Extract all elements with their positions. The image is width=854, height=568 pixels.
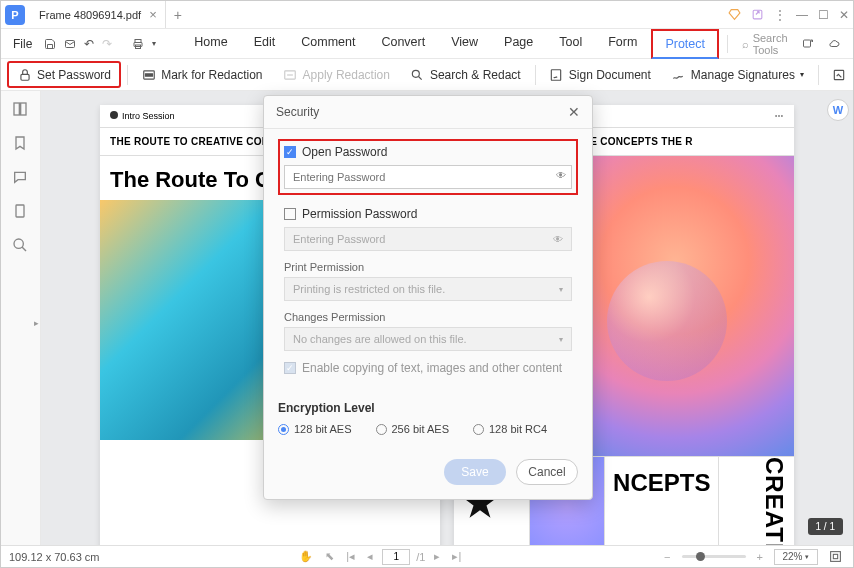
- open-password-checkbox[interactable]: ✓: [284, 146, 296, 158]
- protect-toolbar: Set Password Mark for Redaction Apply Re…: [1, 59, 853, 91]
- first-page-icon[interactable]: |◂: [343, 550, 358, 563]
- open-password-section: ✓ Open Password 👁: [278, 139, 578, 195]
- last-page-icon[interactable]: ▸|: [449, 550, 464, 563]
- permission-password-label: Permission Password: [302, 207, 417, 221]
- permission-password-input: Entering Password 👁: [284, 227, 572, 251]
- intro-session-label: Intro Session: [122, 111, 175, 121]
- cloud-icon[interactable]: [826, 36, 842, 52]
- print-permission-label: Print Permission: [284, 261, 572, 273]
- undo-icon[interactable]: ↶: [82, 36, 96, 52]
- sign-icon: [549, 67, 564, 82]
- set-password-label: Set Password: [37, 68, 111, 82]
- fit-page-icon[interactable]: [826, 550, 845, 563]
- menubar: File ↶ ↷ ▾ Home Edit Comment Convert Vie…: [1, 29, 853, 59]
- mark-redaction-button[interactable]: Mark for Redaction: [133, 63, 270, 86]
- search-tools[interactable]: ⌕ Search Tools: [742, 32, 790, 56]
- svg-rect-14: [20, 103, 25, 115]
- redo-icon[interactable]: ↷: [100, 36, 114, 52]
- chevron-down-icon: ▾: [800, 70, 804, 79]
- zoom-slider[interactable]: [682, 555, 746, 558]
- share-arrow-icon[interactable]: [800, 36, 816, 52]
- save-icon[interactable]: [42, 36, 58, 52]
- chevron-down-icon: ▾: [559, 285, 563, 294]
- share-icon[interactable]: [751, 8, 764, 21]
- select-tool-icon[interactable]: ⬉: [322, 550, 337, 563]
- page-number-input[interactable]: [382, 549, 410, 565]
- permission-password-checkbox[interactable]: [284, 208, 296, 220]
- close-window-button[interactable]: ✕: [839, 8, 849, 22]
- manage-signatures-button[interactable]: Manage Signatures ▾: [663, 63, 812, 86]
- permission-password-section: Permission Password Entering Password 👁 …: [278, 201, 578, 387]
- more-icon[interactable]: ⋮: [774, 8, 786, 22]
- tab-tool[interactable]: Tool: [547, 29, 594, 58]
- attachment-icon[interactable]: [12, 203, 30, 221]
- comment-icon[interactable]: [12, 169, 30, 187]
- dialog-close-button[interactable]: ✕: [568, 104, 580, 120]
- manage-signatures-label: Manage Signatures: [691, 68, 795, 82]
- save-button[interactable]: Save: [444, 459, 506, 485]
- tab-view[interactable]: View: [439, 29, 490, 58]
- hand-tool-icon[interactable]: ✋: [296, 550, 316, 563]
- enable-copy-checkbox: ✓: [284, 362, 296, 374]
- search-panel-icon[interactable]: [12, 237, 30, 255]
- eye-icon[interactable]: 👁: [556, 170, 566, 181]
- bookmark-icon[interactable]: [12, 135, 30, 153]
- titlebar: P Frame 48096914.pdf × + ⋮ — ☐ ✕: [1, 1, 853, 29]
- gem-icon[interactable]: [728, 8, 741, 21]
- security-dialog: Security ✕ ✓ Open Password 👁 Permission …: [263, 95, 593, 500]
- print-icon[interactable]: [130, 36, 146, 52]
- apply-redaction-label: Apply Redaction: [303, 68, 390, 82]
- statusbar: 109.12 x 70.63 cm ✋ ⬉ |◂ ◂ /1 ▸ ▸| − + 2…: [1, 545, 853, 567]
- svg-rect-8: [145, 73, 152, 75]
- tab-protect[interactable]: Protect: [651, 29, 719, 59]
- tab-page[interactable]: Page: [492, 29, 545, 58]
- changes-permission-select: No changes are allowed on this file. ▾: [284, 327, 572, 351]
- svg-rect-15: [16, 205, 24, 217]
- close-tab-icon[interactable]: ×: [149, 7, 157, 22]
- tab-home[interactable]: Home: [182, 29, 239, 58]
- creative-vertical: CREATIVE: [760, 457, 788, 545]
- zoom-out-icon[interactable]: −: [661, 551, 673, 563]
- eye-icon: 👁: [553, 234, 563, 245]
- sign-document-button[interactable]: Sign Document: [541, 63, 659, 86]
- tab-form[interactable]: Form: [596, 29, 649, 58]
- zoom-select[interactable]: 22% ▾: [774, 549, 818, 565]
- document-tab[interactable]: Frame 48096914.pdf ×: [31, 1, 166, 28]
- maximize-button[interactable]: ☐: [818, 8, 829, 22]
- changes-permission-label: Changes Permission: [284, 311, 572, 323]
- cancel-button[interactable]: Cancel: [516, 459, 578, 485]
- svg-rect-11: [552, 69, 561, 80]
- search-redact-button[interactable]: Search & Redact: [402, 63, 529, 86]
- prev-page-icon[interactable]: ◂: [364, 550, 376, 563]
- right-panel-toggle[interactable]: W: [827, 99, 849, 121]
- minimize-button[interactable]: —: [796, 8, 808, 22]
- electronic-button[interactable]: Electro: [824, 63, 847, 86]
- file-menu[interactable]: File: [7, 37, 38, 51]
- svg-rect-13: [14, 103, 19, 115]
- apply-redaction-button[interactable]: Apply Redaction: [275, 63, 398, 86]
- radio-128-aes[interactable]: 128 bit AES: [278, 423, 352, 435]
- print-dropdown-icon[interactable]: ▾: [150, 36, 158, 52]
- zoom-in-icon[interactable]: +: [754, 551, 766, 563]
- signatures-icon: [671, 67, 686, 82]
- new-tab-button[interactable]: +: [166, 7, 190, 23]
- dialog-titlebar: Security ✕: [264, 96, 592, 129]
- lock-icon: [17, 67, 32, 82]
- sign-document-label: Sign Document: [569, 68, 651, 82]
- document-tab-name: Frame 48096914.pdf: [39, 9, 141, 21]
- svg-point-22: [781, 115, 783, 117]
- mail-icon[interactable]: [62, 36, 78, 52]
- app-logo: P: [5, 5, 25, 25]
- svg-point-21: [778, 115, 780, 117]
- svg-rect-5: [803, 40, 810, 47]
- open-password-input[interactable]: [284, 165, 572, 189]
- tab-comment[interactable]: Comment: [289, 29, 367, 58]
- tab-edit[interactable]: Edit: [242, 29, 288, 58]
- set-password-button[interactable]: Set Password: [7, 61, 121, 88]
- page-indicator: 1 / 1: [808, 518, 843, 535]
- radio-256-aes[interactable]: 256 bit AES: [376, 423, 450, 435]
- next-page-icon[interactable]: ▸: [431, 550, 443, 563]
- tab-convert[interactable]: Convert: [369, 29, 437, 58]
- radio-128-rc4[interactable]: 128 bit RC4: [473, 423, 547, 435]
- thumbnails-icon[interactable]: [12, 101, 30, 119]
